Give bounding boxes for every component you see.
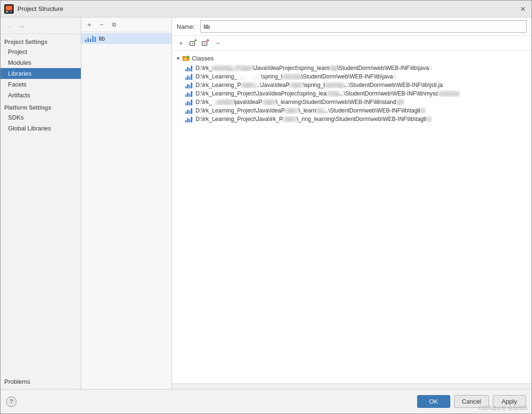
library-list: lib <box>81 32 172 389</box>
back-button[interactable]: ← <box>4 21 15 32</box>
sidebar-item-global-libraries-label: Global Libraries <box>8 125 51 132</box>
classes-folder-icon: C <box>182 54 190 62</box>
forward-button[interactable]: → <box>17 21 27 32</box>
sidebar-item-facets-label: Facets <box>8 81 26 88</box>
table-row: D:\lrk_Learning_Project\Java\IdeaProject… <box>172 106 532 115</box>
table-row: D:\lrk_Learning_Project\Java\lrk_Project… <box>172 115 532 123</box>
table-row: D:\lrk_Learning_Project\Java\IdeaProject… <box>172 89 532 98</box>
sidebar-item-sdks-label: SDKs <box>8 114 24 121</box>
svg-marker-9 <box>206 39 209 41</box>
title-bar-left: Project Structure <box>4 4 63 14</box>
sidebar-item-modules-label: Modules <box>8 59 31 66</box>
name-row: Name: <box>172 17 532 36</box>
sidebar-item-sdks[interactable]: SDKs <box>0 112 81 123</box>
sidebar: ← → Project Settings Project Modules Lib… <box>0 17 81 389</box>
sidebar-item-modules[interactable]: Modules <box>0 57 81 68</box>
sidebar-item-facets[interactable]: Facets <box>0 79 81 90</box>
remove-library-button[interactable]: − <box>96 19 107 30</box>
horizontal-scrollbar[interactable] <box>172 383 532 389</box>
classes-chevron-icon[interactable]: ▼ <box>176 56 180 61</box>
svg-rect-2 <box>6 11 9 12</box>
file-path: D:\lrk_learning_Project\Java\IdeaProject… <box>196 65 432 71</box>
close-button[interactable]: ✕ <box>518 4 528 14</box>
file-icon <box>185 82 193 88</box>
platform-settings-label: Platform Settings <box>0 101 81 112</box>
name-input[interactable] <box>200 20 527 33</box>
file-icon <box>185 65 193 71</box>
file-path: D:\lrk_Learning_..._ .....\spring_learni… <box>196 73 396 80</box>
file-icon <box>185 90 193 97</box>
problems-label: Problems <box>4 378 30 385</box>
file-path: D:\lrk_Learning_Project\Java\IdeaProject… <box>196 90 460 97</box>
file-path: D:\lrk_Learning_Project...\Java\IdeaProj… <box>196 82 445 88</box>
table-row: D:\lrk_...project\java\IdeaProject\_lear… <box>172 98 532 106</box>
remove-class-button[interactable]: − <box>213 38 223 48</box>
add-library-button[interactable]: + <box>84 19 94 30</box>
add-special-button[interactable]: + <box>188 38 198 48</box>
svg-text:+: + <box>191 41 194 45</box>
svg-rect-1 <box>6 6 12 10</box>
list-item-lib-label: lib <box>99 35 105 42</box>
add-red-button[interactable]: + <box>200 38 211 48</box>
file-icon <box>185 73 193 80</box>
problems-item[interactable]: Problems <box>0 375 81 387</box>
file-path: D:\lrk_...project\java\IdeaProject\_lear… <box>196 99 404 105</box>
name-label: Name: <box>177 23 196 30</box>
sidebar-item-libraries-label: Libraries <box>8 70 32 77</box>
ok-button[interactable]: OK <box>417 395 450 408</box>
table-row: D:\lrk_Learning_..._ .....\spring_learni… <box>172 72 532 81</box>
sidebar-item-artifacts-label: Artifacts <box>8 92 30 99</box>
sidebar-item-global-libraries[interactable]: Global Libraries <box>0 123 81 134</box>
table-row: D:\lrk_learning_Project\Java\IdeaProject… <box>172 64 532 72</box>
svg-marker-6 <box>194 39 197 41</box>
copy-library-button[interactable]: ⧉ <box>109 19 119 30</box>
list-item-lib[interactable]: lib <box>81 33 172 44</box>
main-body: ← → Project Settings Project Modules Lib… <box>0 17 532 389</box>
project-settings-label: Project Settings <box>0 36 81 46</box>
svg-text:+: + <box>204 41 206 45</box>
add-class-button[interactable]: + <box>176 38 186 48</box>
sidebar-item-libraries[interactable]: Libraries <box>0 68 81 79</box>
file-icon <box>185 99 193 105</box>
dialog-title: Project Structure <box>17 5 63 12</box>
title-bar: Project Structure ✕ <box>0 0 532 17</box>
right-panel: Name: + + <box>172 17 532 389</box>
classes-label: Classes <box>192 55 214 62</box>
sidebar-item-project-label: Project <box>8 48 27 55</box>
help-button[interactable]: ? <box>6 397 17 407</box>
sidebar-item-artifacts[interactable]: Artifacts <box>0 90 81 101</box>
file-path: D:\lrk_Learning_Project\Java\lrk_Project… <box>196 116 432 122</box>
app-icon <box>4 4 14 14</box>
sidebar-item-project[interactable]: Project <box>0 46 81 57</box>
library-icon <box>85 35 96 42</box>
right-content: ▼ C Classes <box>172 51 532 383</box>
right-toolbar: + + + <box>172 36 532 51</box>
bottom-left: ? <box>6 397 17 407</box>
watermark: CSDN@云哲-吉吉2021 <box>479 405 528 412</box>
file-path: D:\lrk_Learning_Project\Java\IdeaProject… <box>196 107 426 114</box>
table-row: D:\lrk_Learning_Project...\Java\IdeaProj… <box>172 81 532 89</box>
bottom-bar: ? OK Cancel Apply <box>0 389 532 414</box>
center-toolbar: + − ⧉ <box>81 17 172 32</box>
svg-rect-3 <box>9 11 12 12</box>
classes-header: ▼ C Classes <box>172 52 532 64</box>
sidebar-nav-bar: ← → <box>0 19 81 34</box>
project-structure-dialog: Project Structure ✕ ← → Project Settings… <box>0 0 532 414</box>
file-icon <box>185 116 193 122</box>
file-icon <box>185 107 193 114</box>
center-panel: + − ⧉ <box>81 17 172 389</box>
